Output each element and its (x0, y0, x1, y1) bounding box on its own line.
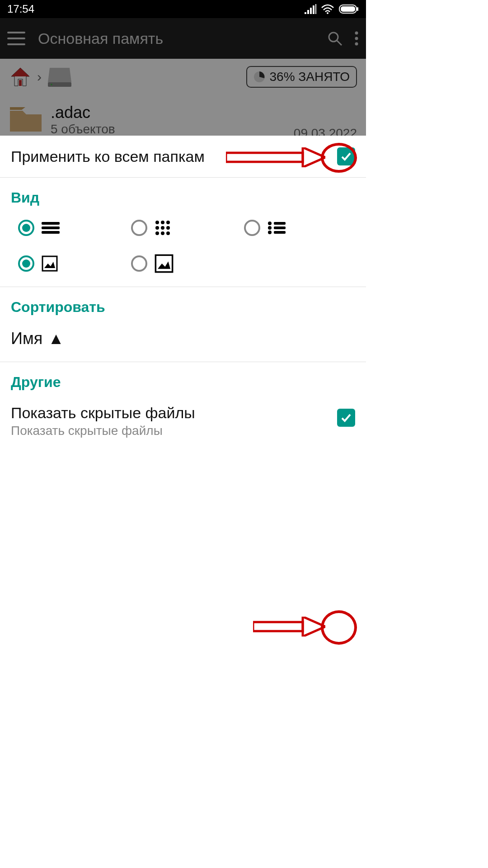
menu-icon[interactable] (7, 32, 25, 45)
thumb-large-icon (155, 254, 174, 273)
svg-rect-27 (274, 222, 286, 225)
grid-icon (155, 220, 171, 236)
svg-rect-15 (42, 226, 60, 229)
radio[interactable] (131, 220, 147, 236)
svg-rect-14 (42, 222, 60, 225)
wifi-icon (321, 4, 334, 14)
view-option-list[interactable] (18, 220, 122, 236)
svg-rect-32 (42, 256, 57, 271)
svg-point-30 (268, 231, 272, 234)
svg-point-23 (155, 231, 159, 235)
apply-all-label: Применить ко всем папкам (11, 148, 337, 165)
view-options-sheet: Применить ко всем папкам Вид Сортиро (0, 136, 366, 651)
svg-rect-10 (19, 80, 22, 86)
search-icon[interactable] (327, 31, 343, 46)
battery-icon (339, 5, 359, 14)
list-icon (42, 221, 60, 235)
svg-point-8 (355, 37, 358, 40)
radio-selected[interactable] (18, 255, 34, 272)
svg-point-1 (327, 12, 328, 14)
view-option-thumb-small[interactable] (18, 254, 122, 273)
file-sub: 5 объектов (51, 122, 286, 137)
hidden-files-row[interactable]: Показать скрытые файлы Показать скрытые … (0, 395, 366, 447)
view-option-detailed[interactable] (244, 220, 348, 236)
svg-line-6 (337, 41, 342, 45)
thumb-icon (42, 255, 58, 272)
other-section-header: Другие (0, 362, 366, 395)
apply-all-checkbox[interactable] (337, 147, 355, 165)
apply-all-row[interactable]: Применить ко всем папкам (0, 136, 366, 177)
sort-section-header: Сортировать (0, 287, 366, 320)
svg-point-7 (355, 32, 358, 35)
background-content: Основная память › 36% ЗАНЯТО .adac 5 объ… (0, 18, 366, 154)
svg-point-17 (155, 221, 159, 224)
storage-usage-label: 36% ЗАНЯТО (270, 70, 350, 84)
status-icons (305, 4, 359, 14)
radio[interactable] (131, 255, 147, 272)
hidden-files-checkbox[interactable] (337, 409, 355, 427)
radio-selected[interactable] (18, 220, 34, 236)
breadcrumb: › 36% ЗАНЯТО (0, 59, 366, 95)
hidden-files-title: Показать скрытые файлы (11, 404, 337, 422)
more-icon[interactable] (354, 31, 359, 46)
svg-point-28 (268, 226, 272, 230)
view-option-thumb-large[interactable] (131, 254, 235, 273)
chevron-right-icon: › (37, 69, 42, 85)
svg-point-22 (166, 226, 170, 230)
radio[interactable] (244, 220, 260, 236)
svg-point-9 (355, 42, 358, 46)
status-time: 17:54 (7, 3, 305, 15)
svg-point-19 (166, 221, 170, 224)
detailed-list-icon (267, 221, 286, 235)
svg-rect-31 (274, 231, 286, 234)
view-option-grid[interactable] (131, 220, 235, 236)
view-section-header: Вид (0, 178, 366, 211)
svg-rect-4 (341, 6, 355, 12)
svg-point-21 (161, 226, 164, 230)
file-name: .adac (51, 103, 286, 122)
svg-point-25 (166, 231, 170, 235)
svg-point-20 (155, 226, 159, 230)
sort-direction-icon: ▲ (48, 329, 64, 348)
hidden-files-sub: Показать скрытые файлы (11, 424, 337, 438)
svg-point-18 (161, 221, 164, 224)
status-bar: 17:54 (0, 0, 366, 18)
app-bar: Основная память (0, 18, 366, 59)
pie-icon (253, 71, 265, 83)
svg-point-24 (161, 231, 164, 235)
home-icon[interactable] (9, 66, 32, 88)
view-radio-group (0, 211, 366, 287)
storage-usage-chip[interactable]: 36% ЗАНЯТО (246, 66, 357, 88)
svg-point-5 (329, 33, 338, 42)
app-title: Основная память (38, 30, 327, 47)
svg-point-26 (268, 222, 272, 225)
drive-icon[interactable] (47, 66, 72, 88)
svg-rect-33 (155, 255, 172, 272)
signal-icon (305, 4, 316, 14)
folder-icon (9, 106, 42, 133)
sort-row[interactable]: Имя ▲ (0, 320, 366, 362)
svg-point-12 (51, 84, 52, 85)
svg-rect-16 (42, 231, 60, 234)
svg-rect-0 (315, 4, 316, 14)
sort-value: Имя (11, 329, 42, 348)
svg-rect-29 (274, 226, 286, 229)
svg-rect-3 (357, 7, 358, 11)
